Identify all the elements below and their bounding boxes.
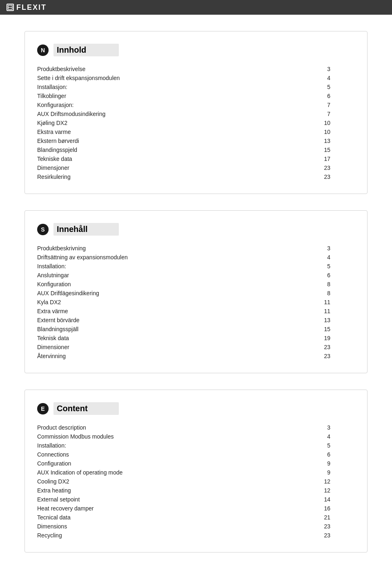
toc-item-label: AUX Driftsmodusindikering [37,109,260,118]
toc-item-label: Tekniske data [37,154,260,163]
toc-item-page: 16 [260,504,355,513]
toc-item-page: 23 [260,172,355,181]
table-row: Sette i drift ekspansjonsmodulen4 [37,74,355,82]
table-row: Extra heating12 [37,486,355,495]
toc-item-label: Externt börvärde [37,316,260,325]
toc-table-n: Produktbeskrivelse3Sette i drift ekspans… [37,65,355,181]
toc-item-page: 5 [260,82,355,91]
toc-item-page: 10 [260,127,355,136]
toc-item-label: Dimensions [37,522,260,531]
toc-item-label: Extra heating [37,486,260,495]
toc-item-label: Installation: [37,262,260,271]
letter-badge-s: S [37,224,49,235]
toc-item-label: AUX Indication of operating mode [37,468,260,477]
toc-item-label: Dimensioner [37,343,260,352]
table-row: Configuration9 [37,459,355,468]
table-row: Connections6 [37,450,355,459]
table-row: Teknisk data19 [37,334,355,343]
toc-item-page: 7 [260,109,355,118]
toc-item-page: 10 [260,118,355,127]
letter-badge-e: E [37,403,49,414]
toc-item-label: Anslutningar [37,271,260,280]
toc-item-label: Installasjon: [37,82,260,91]
table-row: External setpoint14 [37,495,355,504]
sections-container: NInnholdProduktbeskrivelse3Sette i drift… [24,31,368,552]
toc-item-page: 13 [260,136,355,145]
toc-item-page: 8 [260,289,355,298]
section-title-e: Content [53,402,119,415]
toc-item-page: 14 [260,495,355,504]
toc-item-page: 3 [260,423,355,432]
toc-item-label: Commission Modbus modules [37,432,260,441]
toc-item-page: 11 [260,307,355,316]
toc-item-page: 13 [260,316,355,325]
table-row: Dimensjoner23 [37,163,355,172]
toc-item-label: Heat recovery damper [37,504,260,513]
toc-item-label: Blandingsspjeld [37,145,260,154]
toc-item-label: Product description [37,423,260,432]
table-row: Dimensions23 [37,522,355,531]
table-row: Kyla DX211 [37,298,355,307]
section-s: SInnehållProduktbeskrivning3Driftsättnin… [24,210,368,373]
toc-item-label: Konfiguration [37,280,260,289]
toc-item-label: Cooling DX2 [37,477,260,486]
table-row: Externt börvärde13 [37,316,355,325]
section-header-n: NInnhold [37,44,355,56]
toc-item-label: Configuration [37,459,260,468]
table-row: Kjøling DX210 [37,118,355,127]
toc-item-label: Tecnical data [37,513,260,522]
toc-item-label: AUX Driftlägesindikering [37,289,260,298]
letter-badge-n: N [37,45,49,56]
section-header-s: SInnehåll [37,223,355,236]
table-row: Extra värme11 [37,307,355,316]
toc-item-page: 5 [260,262,355,271]
table-row: Ekstra varme10 [37,127,355,136]
toc-item-label: Konfigurasjon: [37,100,260,109]
toc-item-label: Extra värme [37,307,260,316]
table-row: Återvinning23 [37,352,355,361]
toc-item-label: Produktbeskrivelse [37,65,260,74]
table-row: Ekstern børverdi13 [37,136,355,145]
table-row: AUX Driftsmodusindikering7 [37,109,355,118]
table-row: Tekniske data17 [37,154,355,163]
toc-item-page: 9 [260,459,355,468]
table-row: Tilkoblinger6 [37,91,355,100]
table-row: Blandningsspjäll15 [37,325,355,334]
table-row: Product description3 [37,423,355,432]
toc-item-label: Ekstra varme [37,127,260,136]
toc-item-page: 23 [260,531,355,540]
table-row: Tecnical data21 [37,513,355,522]
toc-item-label: Ekstern børverdi [37,136,260,145]
table-row: Cooling DX212 [37,477,355,486]
toc-item-page: 4 [260,253,355,262]
toc-item-page: 23 [260,343,355,352]
toc-item-label: Kjøling DX2 [37,118,260,127]
toc-item-label: Teknisk data [37,334,260,343]
toc-item-page: 9 [260,468,355,477]
section-title-s: Innehåll [53,223,119,236]
table-row: Produktbeskrivning3 [37,244,355,253]
toc-item-page: 6 [260,450,355,459]
toc-item-page: 5 [260,441,355,450]
table-row: Blandingsspjeld15 [37,145,355,154]
toc-item-label: Dimensjoner [37,163,260,172]
table-row: Anslutningar6 [37,271,355,280]
table-row: Recycling23 [37,531,355,540]
toc-item-page: 12 [260,477,355,486]
toc-item-page: 15 [260,145,355,154]
toc-item-page: 6 [260,271,355,280]
toc-item-page: 7 [260,100,355,109]
section-header-e: EContent [37,402,355,415]
toc-item-page: 17 [260,154,355,163]
table-row: Heat recovery damper16 [37,504,355,513]
section-n: NInnholdProduktbeskrivelse3Sette i drift… [24,31,368,194]
table-row: AUX Indication of operating mode9 [37,468,355,477]
toc-item-page: 4 [260,74,355,82]
header-bar: FLEXIT [0,0,392,15]
table-row: Produktbeskrivelse3 [37,65,355,74]
toc-item-page: 3 [260,244,355,253]
logo-text: FLEXIT [16,3,47,12]
section-title-n: Innhold [53,44,119,56]
toc-item-page: 4 [260,432,355,441]
toc-item-page: 12 [260,486,355,495]
